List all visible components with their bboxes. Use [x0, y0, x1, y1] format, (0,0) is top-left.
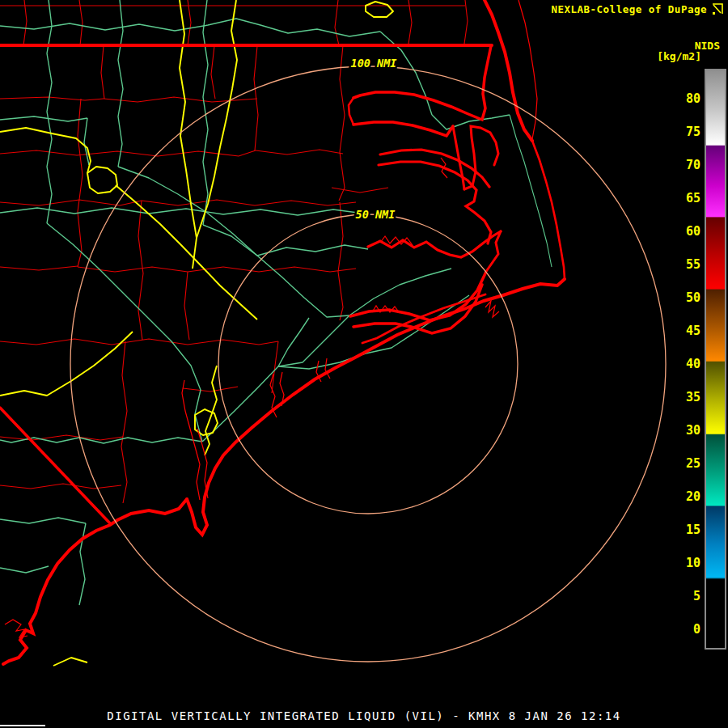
road-yellow: [53, 658, 87, 666]
colorbar-tick-label: 5: [668, 589, 700, 603]
county-line: [0, 339, 278, 345]
hatteras-coastline: [532, 141, 565, 279]
road-green: [278, 318, 309, 366]
road-green: [257, 245, 368, 256]
range-ring-label-50nmi: 50 NMI: [356, 208, 396, 221]
road-green: [118, 0, 123, 167]
coastline-layer: [0, 0, 565, 664]
road-green: [0, 566, 49, 573]
river-bank: [325, 358, 330, 379]
road-yellow: [0, 128, 91, 173]
colorbar-tick-label: 10: [668, 556, 700, 570]
road-green: [349, 269, 451, 315]
road-green: [47, 0, 52, 223]
radar-map-canvas: 50 NMI 100 NMI: [0, 0, 728, 728]
neuse-river-north-bank: [350, 273, 485, 320]
colorbar-tick-label: 75: [668, 125, 700, 139]
county-line: [275, 341, 278, 366]
county-line: [0, 97, 104, 100]
county-line: [78, 99, 83, 267]
road-green: [202, 315, 349, 442]
marsh-detail: [485, 301, 499, 317]
colorbar-tick-label: 80: [668, 91, 700, 106]
south-coastline: [187, 279, 565, 535]
road-green: [0, 208, 364, 215]
colorbar-tick-label: 35: [668, 390, 700, 404]
road-green: [84, 118, 89, 165]
road-green: [118, 167, 349, 317]
colorbar-tick-label: 15: [668, 523, 700, 537]
radar-display: 50 NMI 100 NMI NEXLAB-College of DuPage …: [0, 0, 728, 728]
county-line: [408, 0, 412, 44]
county-line: [0, 200, 142, 205]
colorbar: [705, 69, 726, 650]
county-line: [142, 200, 356, 205]
header-title: NEXLAB-College of DuPage: [551, 3, 707, 15]
colorbar-tick-label: 0: [668, 622, 700, 637]
range-ring-50nmi: [218, 214, 518, 514]
county-line: [335, 0, 339, 45]
colorbar-tick-label: 30: [668, 423, 700, 438]
county-line: [0, 266, 78, 270]
road-green: [47, 223, 202, 442]
county-line: [0, 150, 256, 156]
county-line: [0, 484, 121, 489]
county-line: [188, 0, 191, 45]
colorbar-tick-label: 50: [668, 290, 700, 305]
county-line: [79, 0, 83, 45]
pamlico-sound-shore: [368, 231, 501, 257]
county-line: [184, 272, 189, 340]
footer-caption: DIGITAL VERTICALLY INTEGRATED LIQUID (VI…: [0, 709, 728, 722]
range-ring-labels: 50 NMI 100 NMI: [351, 57, 397, 221]
cape-fear-coastline: [3, 499, 187, 664]
county-line: [223, 267, 356, 272]
county-line: [0, 435, 123, 440]
range-ring-label-100nmi: 100 NMI: [351, 57, 397, 70]
colorbar-tick-label: 20: [668, 489, 700, 504]
road-green: [203, 225, 257, 256]
shore-detail-layer: [5, 0, 537, 637]
county-line: [183, 387, 238, 392]
county-line: [338, 202, 343, 320]
sc-nc-border-line: [0, 408, 111, 524]
road-green: [0, 116, 87, 121]
county-line: [256, 150, 343, 154]
road-green: [0, 518, 86, 523]
cod-logo-icon: [711, 2, 724, 15]
alligator-river-bank: [464, 126, 498, 189]
county-line: [121, 341, 127, 503]
pamlico-sound-shore: [485, 231, 501, 273]
city-ring-road: [87, 167, 117, 193]
county-line: [101, 46, 104, 99]
road-yellow: [116, 185, 257, 320]
colorbar-tick-label: 55: [668, 257, 700, 272]
colorbar-tick-label: 60: [668, 224, 700, 239]
county-line: [254, 46, 258, 150]
colorbar-tick-label: 25: [668, 456, 700, 471]
colorbar-tick-label: 70: [668, 158, 700, 172]
colorbar-tick-label: 40: [668, 357, 700, 371]
albemarle-west-shore: [349, 98, 353, 125]
albemarle-south-shore: [353, 122, 453, 136]
colorbar-tick-label: 65: [668, 191, 700, 205]
county-line: [332, 188, 388, 193]
city-ring-road: [366, 2, 393, 17]
county-line: [211, 46, 215, 99]
bottom-left-line: [0, 725, 45, 726]
scale-units-label: [kg/m2]: [657, 50, 701, 62]
county-line: [23, 0, 27, 45]
county-line: [339, 45, 345, 201]
county-line: [464, 0, 468, 44]
road-yellow: [0, 332, 133, 396]
road-green: [203, 0, 208, 225]
county-line: [138, 201, 143, 340]
colorbar-tick-label: 45: [668, 324, 700, 338]
